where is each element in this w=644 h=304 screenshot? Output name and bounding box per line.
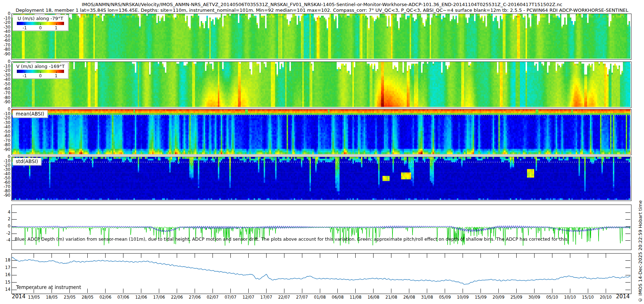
x-date-label: 22/07 [278,295,290,300]
mean-absi-label: mean(ABSI) [13,110,48,118]
colorbar-tick-label: 1 [55,73,57,78]
v-colorbar-title: V (m/s) along -169°T [14,64,67,69]
x-date-label: 10/09 [457,295,469,300]
y-tick-label: -90 [0,193,10,198]
x-date-label: 15/09 [475,295,487,300]
x-date-label: 13/05 [28,295,40,300]
y-tick-label: 17 [0,265,10,270]
x-date-label: 12/07 [243,295,254,300]
x-date-label: 30/09 [528,295,540,300]
y-tick-label: 18 [0,258,10,263]
x-date-label: 17/06 [153,295,165,300]
panel-depth-variation-lines: Blue: ADCP Depth (m) variation from sens… [11,205,631,250]
x-date-label: 11/08 [350,295,361,300]
u-colorbar-tick-labels: -101 [17,25,64,30]
figure-root: IMOS/ANMN/NRS/NRSKAI/Velocity/IMOS_ANMN-… [0,0,644,304]
x-date-label: 27/06 [189,295,201,300]
y-tick-label: -2 [0,231,10,236]
y-tick-label: -90 [0,147,10,152]
x-date-label: 23/05 [64,295,75,300]
x-date-label: 07/07 [225,295,236,300]
colorbar-tick-label: -1 [23,25,26,30]
x-date-label: 20/09 [493,295,504,300]
std-absi-heatmap-canvas [12,157,630,200]
x-date-label: 07/06 [117,295,129,300]
depth-variation-canvas [12,205,630,249]
mean-absi-heatmap-canvas [12,109,630,154]
panel-mean-absi-heatmap: mean(ABSI) [11,109,631,155]
temperature-canvas [12,254,630,293]
x-date-label: 05/09 [439,295,451,300]
y-tick-label: 4 [0,210,10,215]
panel-u-velocity-heatmap: U (m/s) along -79°T -101 [11,14,631,60]
y-tick-label: 16 [0,273,10,278]
y-tick-label: 15 [0,280,10,285]
u-colorbar-legend: U (m/s) along -79°T -101 [13,15,68,31]
v-velocity-heatmap-canvas [12,62,630,107]
temperature-label: Temperature at instrument [16,284,81,290]
u-velocity-heatmap-canvas [12,14,630,59]
x-date-label: 05/10 [546,295,558,300]
x-date-label: 22/06 [171,295,183,300]
y-tick-label: -4 [0,238,10,243]
x-date-label: 02/06 [99,295,111,300]
x-date-label: 27/07 [296,295,308,300]
x-date-label: 31/08 [421,295,433,300]
x-date-label: 20/10 [600,295,612,300]
colorbar-tick-label: 1 [55,25,57,30]
imos-watermark: © IMOS 14-Dec-2025 20:22:59 Hobart time [638,200,643,303]
figure-title-line1: IMOS/ANMN/NRS/NRSKAI/Velocity/IMOS_ANMN-… [0,2,644,7]
x-date-label: 21/08 [385,295,397,300]
x-date-label: 26/08 [403,295,415,300]
colorbar-tick-label: 0 [39,25,42,30]
u-colorbar-gradient [17,22,64,25]
panel-v-velocity-heatmap: V (m/s) along -169°T -101 [11,62,631,108]
x-axis-year-right: 2014 [616,293,630,300]
std-absi-label: std(ABSI) [13,158,41,165]
y-tick-label: 0 [0,224,10,229]
depth-variation-annotation: Blue: ADCP Depth (m) variation from sens… [15,236,569,242]
x-date-label: 16/08 [367,295,379,300]
y-tick-label: 2 [0,217,10,222]
panel-std-absi-heatmap: std(ABSI) [11,157,631,201]
v-colorbar-legend: V (m/s) along -169°T -101 [13,63,68,79]
y-tick-label: 14 [0,287,10,292]
colorbar-tick-label: 0 [39,73,42,78]
figure-title-line2: Deployment 18, member 1 lat=35.84S lon=1… [0,8,644,13]
x-date-label: 01/08 [314,295,326,300]
panel-temperature-line: Temperature at instrument [11,253,631,294]
x-date-label: 28/05 [82,295,93,300]
y-tick-label: -90 [0,52,10,57]
x-date-label: 15/10 [582,295,594,300]
colorbar-tick-label: -1 [23,73,26,78]
x-date-label: 02/07 [207,295,219,300]
x-date-label: 18/05 [46,295,58,300]
x-date-label: 06/08 [332,295,343,300]
x-date-label: 17/07 [260,295,272,300]
x-date-label: 25/09 [511,295,522,300]
x-axis-year-left: 2014 [12,293,25,300]
x-date-label: 10/10 [564,295,576,300]
v-colorbar-gradient [17,70,64,73]
u-colorbar-title: U (m/s) along -79°T [14,16,67,21]
v-colorbar-tick-labels: -101 [17,73,64,78]
y-tick-label: -90 [0,100,10,105]
x-date-label: 12/06 [135,295,147,300]
